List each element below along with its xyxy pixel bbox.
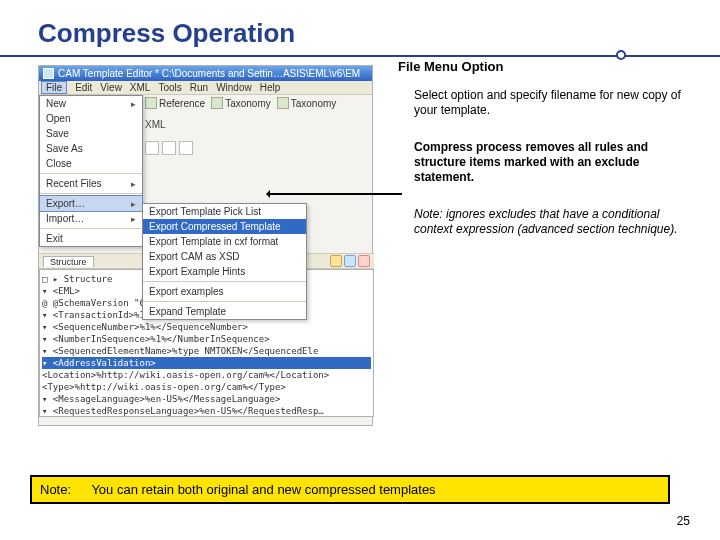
- file-menu-item[interactable]: Save: [40, 126, 142, 141]
- menu-tools[interactable]: Tools: [158, 82, 181, 93]
- user-icon: [358, 255, 370, 267]
- tree-row[interactable]: ▾ <SequenceNumber>%1%</SequenceNumber>: [42, 321, 371, 333]
- toolbar-tab[interactable]: Taxonomy: [225, 98, 271, 109]
- menu-xml[interactable]: XML: [130, 82, 151, 93]
- tree-row[interactable]: <Location>%http://wiki.oasis-open.org/ca…: [42, 369, 371, 381]
- file-menu-item[interactable]: Save As: [40, 141, 142, 156]
- menubar[interactable]: FileEditViewXMLToolsRunWindowHelp: [39, 81, 372, 95]
- menu-window[interactable]: Window: [216, 82, 252, 93]
- window-title-text: CAM Template Editor * C:\Documents and S…: [58, 68, 360, 79]
- menu-run[interactable]: Run: [190, 82, 208, 93]
- tree-row[interactable]: ▾ <RequestedResponseLanguage>%en-US%</Re…: [42, 405, 371, 417]
- note-bar: Note: You can retain both original and n…: [30, 475, 670, 504]
- tree-row[interactable]: <Type>%http://wiki.oasis-open.org/cam%</…: [42, 381, 371, 393]
- window-titlebar: CAM Template Editor * C:\Documents and S…: [39, 66, 372, 81]
- tree-row[interactable]: ▾ <AddressValidation>: [42, 357, 371, 369]
- export-menu-item[interactable]: Export CAM as XSD: [143, 249, 306, 264]
- file-menu-item[interactable]: Import…: [40, 211, 142, 226]
- export-submenu[interactable]: Export Template Pick ListExport Compress…: [142, 203, 307, 320]
- tree-row[interactable]: ▾ <NumberInSequence>%1%</NumberInSequenc…: [42, 333, 371, 345]
- menu-edit[interactable]: Edit: [75, 82, 92, 93]
- tree-row[interactable]: ▾ <MessageLanguage>%en-US%</MessageLangu…: [42, 393, 371, 405]
- tree-row[interactable]: ▾ <SequencedElementName>%type NMTOKEN</S…: [42, 345, 371, 357]
- cam-editor-screenshot: CAM Template Editor * C:\Documents and S…: [38, 65, 373, 426]
- file-menu-item[interactable]: Export…: [39, 195, 143, 212]
- export-menu-item[interactable]: Expand Template: [143, 304, 306, 319]
- page-number: 25: [677, 514, 690, 528]
- slide-title: Compress Operation: [38, 18, 720, 55]
- user-icon: [344, 255, 356, 267]
- toolbar-icon[interactable]: [145, 141, 159, 155]
- paragraph-3: Note: ignores excludes that have a condi…: [414, 207, 688, 237]
- file-menu-item[interactable]: Exit: [40, 231, 142, 246]
- export-menu-item[interactable]: Export Template in cxf format: [143, 234, 306, 249]
- editor-workarea: Reference Taxonomy Taxonomy XML NewOpenS…: [39, 95, 372, 425]
- toolbar-tab[interactable]: Taxonomy: [291, 98, 337, 109]
- file-menu-item[interactable]: New: [40, 96, 142, 111]
- export-menu-item[interactable]: Export Compressed Template: [143, 219, 306, 234]
- toolbar-icons: [145, 141, 193, 155]
- export-menu-item[interactable]: Export Template Pick List: [143, 204, 306, 219]
- menu-help[interactable]: Help: [260, 82, 281, 93]
- note-text: You can retain both original and new com…: [91, 482, 435, 497]
- note-label: Note:: [40, 482, 88, 497]
- file-menu-item[interactable]: Close: [40, 156, 142, 171]
- app-icon: [43, 68, 54, 79]
- callout-arrow: [268, 193, 402, 195]
- toolbar-chip-icon: [277, 97, 289, 109]
- file-menu-item[interactable]: Open: [40, 111, 142, 126]
- structure-tab[interactable]: Structure: [43, 256, 94, 267]
- subheading: File Menu Option: [398, 59, 688, 74]
- file-menu-item[interactable]: Recent Files: [40, 176, 142, 191]
- toolbar-tab[interactable]: Reference: [159, 98, 205, 109]
- explanation-column: File Menu Option Select option and speci…: [398, 59, 688, 237]
- toolbar-chip-icon: [211, 97, 223, 109]
- toolbar-chip-icon: [145, 97, 157, 109]
- export-menu-item[interactable]: Export Example Hints: [143, 264, 306, 279]
- menu-view[interactable]: View: [100, 82, 122, 93]
- file-menu[interactable]: NewOpenSaveSave AsCloseRecent FilesExpor…: [39, 95, 143, 247]
- toolbar-row: Reference Taxonomy Taxonomy: [145, 97, 336, 109]
- export-menu-item[interactable]: Export examples: [143, 284, 306, 299]
- paragraph-1: Select option and specify filename for n…: [414, 88, 688, 118]
- menu-file[interactable]: File: [41, 81, 67, 94]
- toolbar-sublabel: XML: [145, 119, 166, 130]
- paragraph-2: Compress process removes all rules and s…: [414, 140, 688, 185]
- panel-user-icons: [330, 255, 370, 267]
- toolbar-icon[interactable]: [179, 141, 193, 155]
- user-icon: [330, 255, 342, 267]
- toolbar-icon[interactable]: [162, 141, 176, 155]
